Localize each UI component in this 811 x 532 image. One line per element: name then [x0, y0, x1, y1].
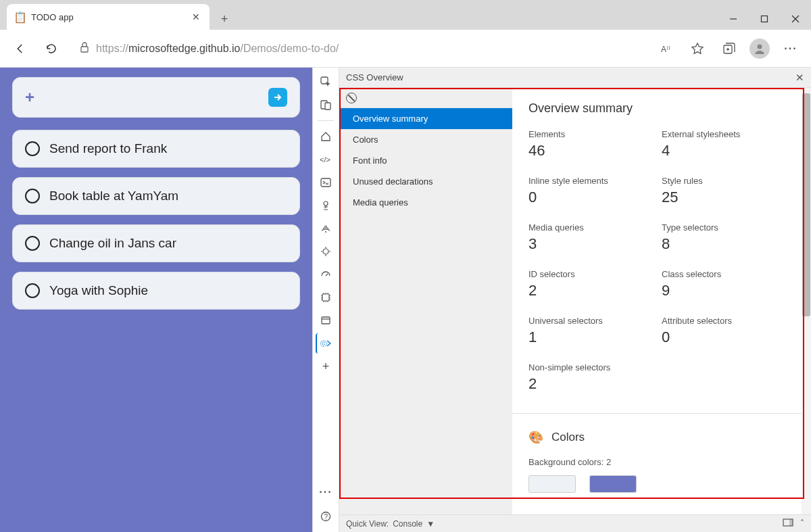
- checkbox-icon[interactable]: [25, 236, 40, 251]
- refresh-button[interactable]: [39, 37, 64, 61]
- svg-point-7: [758, 44, 762, 49]
- css-overview-nav: Overview summary Colors Font info Unused…: [339, 108, 512, 213]
- window-titlebar: 📋 TODO app ✕ +: [0, 0, 811, 30]
- browser-tab[interactable]: 📋 TODO app ✕: [7, 4, 210, 30]
- nav-unused-declarations[interactable]: Unused declarations: [339, 171, 512, 192]
- stat-item: Elements46: [529, 129, 662, 160]
- stat-item: Media queries3: [529, 222, 662, 253]
- quick-view-bar: Quick View: Console ▼ ˄: [339, 514, 811, 532]
- dock-menu-icon[interactable]: ···: [316, 482, 336, 502]
- colors-section-heading: 🎨 Colors: [529, 430, 795, 445]
- task-list: Send report to Frank Book table at YamYa…: [12, 130, 300, 310]
- profile-avatar[interactable]: [747, 37, 772, 61]
- add-task-bar[interactable]: +: [12, 77, 300, 118]
- nav-overview-summary[interactable]: Overview summary: [339, 108, 512, 129]
- more-tools-icon[interactable]: +: [316, 356, 336, 377]
- new-tab-button[interactable]: +: [214, 8, 235, 30]
- expand-icon[interactable]: ˄: [800, 518, 804, 529]
- stats-grid: Elements46 External stylesheets4 Inline …: [529, 129, 795, 393]
- stat-item: ID selectors2: [529, 269, 662, 299]
- application-icon[interactable]: [316, 310, 336, 331]
- color-swatch[interactable]: [529, 475, 576, 493]
- close-window-button[interactable]: [780, 8, 811, 30]
- task-item[interactable]: Yoga with Sophie: [12, 272, 300, 310]
- nav-media-queries[interactable]: Media queries: [339, 192, 512, 213]
- svg-text:</>: </>: [320, 155, 330, 164]
- clipboard-icon: 📋: [15, 11, 26, 22]
- svg-rect-4: [81, 47, 88, 52]
- dropdown-icon[interactable]: ▼: [426, 519, 435, 529]
- checkbox-icon[interactable]: [25, 283, 40, 298]
- clear-overview-icon[interactable]: [346, 93, 357, 103]
- minimize-button[interactable]: [718, 8, 749, 30]
- read-aloud-icon[interactable]: A⁾⁾: [654, 37, 679, 61]
- help-icon[interactable]: ?: [316, 506, 336, 527]
- performance-icon[interactable]: [316, 264, 336, 285]
- inspect-icon[interactable]: [316, 72, 336, 92]
- quick-view-value[interactable]: Console: [393, 519, 422, 529]
- svg-point-13: [324, 201, 328, 205]
- panel-title: CSS Overview: [346, 72, 403, 82]
- css-overview-icon[interactable]: ⓒ: [316, 333, 336, 354]
- network-icon[interactable]: [316, 218, 336, 239]
- checkbox-icon[interactable]: [25, 141, 40, 156]
- nav-colors[interactable]: Colors: [339, 129, 512, 150]
- favorite-icon[interactable]: [685, 37, 710, 61]
- css-overview-main: Overview summary Elements46 External sty…: [512, 88, 811, 514]
- css-toolbar: [339, 88, 512, 108]
- tab-title: TODO app: [31, 12, 185, 22]
- task-item[interactable]: Change oil in Jans car: [12, 224, 300, 262]
- url-box[interactable]: https://microsoftedge.github.io/Demos/de…: [70, 37, 647, 61]
- lighthouse-icon[interactable]: [316, 241, 336, 262]
- css-overview-sidebar: Overview summary Colors Font info Unused…: [339, 88, 512, 514]
- svg-rect-16: [322, 294, 329, 301]
- sources-icon[interactable]: [316, 195, 336, 216]
- lock-icon: [80, 42, 89, 55]
- svg-text:?: ?: [324, 513, 328, 521]
- back-button[interactable]: [8, 37, 32, 61]
- scrollbar[interactable]: [802, 88, 811, 514]
- svg-text:A⁾⁾: A⁾⁾: [661, 45, 670, 54]
- device-toggle-icon[interactable]: [316, 95, 336, 115]
- panel-header: CSS Overview ✕: [339, 68, 811, 88]
- svg-rect-23: [789, 519, 793, 526]
- stat-item: Class selectors9: [662, 269, 795, 299]
- background-colors-label: Background colors: 2: [529, 457, 795, 467]
- submit-arrow-button[interactable]: [268, 88, 287, 107]
- svg-text:ⓒ: ⓒ: [320, 340, 327, 347]
- settings-menu-button[interactable]: ···: [779, 37, 803, 61]
- svg-rect-10: [325, 103, 330, 110]
- devtools-dock: </> ⓒ + ··· ?: [312, 68, 339, 532]
- maximize-button[interactable]: [749, 8, 780, 30]
- stat-item: Inline style elements0: [529, 176, 662, 206]
- content-area: + Send report to Frank Book table at Yam…: [0, 68, 811, 532]
- close-tab-button[interactable]: ✕: [191, 11, 201, 22]
- quick-view-label: Quick View:: [346, 519, 389, 529]
- panel-body: Overview summary Colors Font info Unused…: [339, 88, 811, 514]
- collections-icon[interactable]: [716, 37, 741, 61]
- welcome-icon[interactable]: [316, 126, 336, 147]
- elements-icon[interactable]: </>: [316, 149, 336, 170]
- stat-item: External stylesheets4: [662, 129, 795, 160]
- palette-icon: 🎨: [529, 430, 543, 445]
- nav-font-info[interactable]: Font info: [339, 150, 512, 171]
- color-swatches: [529, 475, 795, 493]
- dock-side-icon[interactable]: [783, 518, 793, 529]
- overview-heading: Overview summary: [529, 101, 795, 116]
- todo-app-page: + Send report to Frank Book table at Yam…: [0, 68, 312, 532]
- console-icon[interactable]: [316, 172, 336, 193]
- checkbox-icon[interactable]: [25, 189, 40, 203]
- task-item[interactable]: Send report to Frank: [12, 130, 300, 168]
- svg-rect-17: [322, 317, 330, 324]
- close-panel-button[interactable]: ✕: [795, 72, 804, 84]
- stat-item: Non-simple selectors2: [529, 362, 662, 393]
- color-swatch[interactable]: [589, 475, 637, 493]
- address-bar: https://microsoftedge.github.io/Demos/de…: [0, 30, 811, 68]
- window-controls: [718, 8, 811, 30]
- svg-point-14: [325, 231, 326, 233]
- svg-rect-1: [762, 16, 768, 22]
- memory-icon[interactable]: [316, 287, 336, 308]
- task-item[interactable]: Book table at YamYam: [12, 177, 300, 215]
- svg-point-15: [323, 249, 328, 254]
- devtools-panel: CSS Overview ✕ Overview summary Colors F…: [339, 68, 811, 532]
